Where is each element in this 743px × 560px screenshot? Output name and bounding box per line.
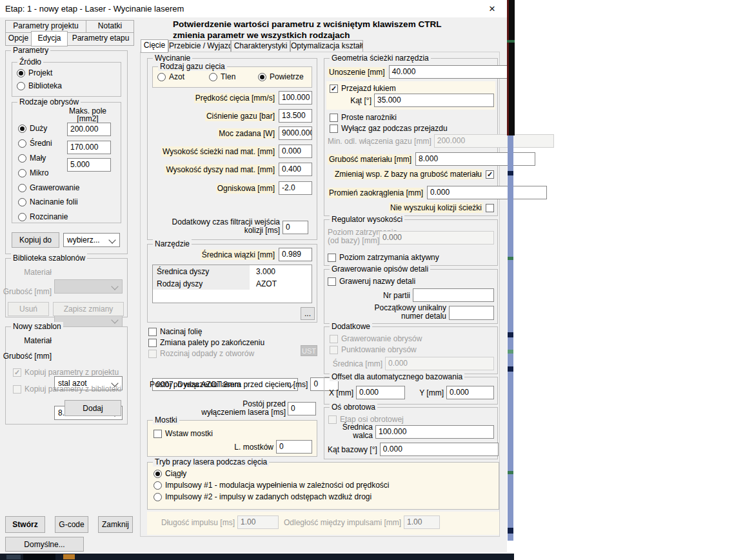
kat-input[interactable]: 35.000 (374, 94, 494, 107)
checkbox-icon (328, 415, 337, 424)
radio-obrys-maly[interactable]: Mały (18, 154, 46, 163)
radio-obrys-duzy[interactable]: Duży (18, 124, 47, 133)
radio-zrodlo-projekt[interactable]: Projekt (17, 68, 52, 77)
radio-tryb-impulsowy1[interactable]: Impulsowy #1 - modulacja wypełnienia w z… (154, 481, 390, 490)
tab-optymalizacja-ksztaltu[interactable]: Optymalizacja kształtu (290, 40, 363, 52)
taskbar-app-icon[interactable] (6, 555, 21, 559)
taskbar (0, 554, 514, 560)
tab-opcje[interactable]: Opcje (5, 32, 32, 46)
grubosc-materialu-input[interactable]: 8.000 (415, 152, 535, 166)
group-dodatkowe-legend: Dodatkowe (330, 322, 372, 331)
table-cell-value: 3.000 (250, 267, 275, 276)
field-min-odl-gazu: Min. odl. włączenia gazu [mm] 200.000 (328, 134, 494, 148)
tab-notatki[interactable]: Notatki (86, 20, 134, 33)
tab-edycja[interactable]: Edycja (31, 31, 68, 46)
radio-zrodlo-biblioteka[interactable]: Biblioteka (17, 81, 62, 90)
domyslne-button[interactable]: Domyślne... (5, 537, 84, 552)
field-nr-partii: Nr partii (328, 288, 494, 302)
radio-zrodlo-biblioteka-label: Biblioteka (28, 81, 62, 90)
background-app-strip (507, 0, 515, 554)
strip-mark-navy (508, 528, 513, 534)
dysza-browse-button[interactable]: ... (301, 307, 315, 320)
zamknij-button[interactable]: Zamknij (98, 516, 133, 533)
poczatkowy-numer-input[interactable] (449, 306, 494, 320)
offset-y-input[interactable]: 0.000 (446, 386, 494, 399)
radio-tryb-ciagly[interactable]: Ciągły (154, 469, 186, 478)
checkbox-grawerowanie-obrysow: Grawerowanie obrysów (330, 334, 422, 343)
field-predkosc-ciecia: Prędkość cięcia [mm/s] 100.000 (152, 91, 312, 105)
promien-zaokraglenia-input[interactable]: 0.000 (427, 186, 547, 199)
radio-obrys-rozcinanie[interactable]: Rozcinanie (18, 212, 68, 221)
radio-gaz-tlen[interactable]: Tlen (209, 72, 235, 81)
radio-selected-icon (17, 69, 25, 77)
maks-pole-maly-input[interactable]: 5.000 (67, 158, 111, 172)
radio-tryb-impulsowy2[interactable]: Impulsowy #2 - impulsy w zadanych odstęp… (154, 492, 372, 501)
window-title: Etap: 1 - nowy etap - Laser - Wycinanie … (5, 0, 184, 17)
radio-obrys-grawerowanie[interactable]: Grawerowanie (18, 183, 79, 192)
srednica-walca-input[interactable]: 100.000 (375, 425, 494, 439)
taskbar-app-icon[interactable] (63, 554, 75, 559)
kopiuj-do-button[interactable]: Kopiuj do (12, 232, 59, 248)
maks-pole-sredni-input[interactable]: 170.000 (67, 141, 111, 154)
cisnienie-input[interactable]: 13.500 (279, 109, 312, 123)
field-nie-wyszukuj-kolizji: Nie wyszukuj kolizji ścieżki (328, 203, 494, 212)
checkbox-wstaw-mostki[interactable]: Wstaw mostki (154, 429, 213, 438)
group-rodzaj-gazu-legend: Rodzaj gazu cięcia (158, 62, 227, 71)
predkosc-input[interactable]: 100.000 (279, 91, 312, 105)
nowy-grubosc-label: Grubość [mm] (3, 352, 52, 361)
gcode-button[interactable]: G-code (55, 516, 88, 533)
offset-x-input[interactable]: 0.000 (356, 386, 405, 399)
unoszenie-input[interactable]: 40.000 (389, 65, 509, 79)
radio-obrys-rozcinanie-label: Rozcinanie (30, 212, 68, 221)
checkbox-nacinaj-folie[interactable]: Nacinaj folię (148, 327, 202, 336)
close-icon[interactable]: × (484, 2, 500, 15)
background-app-green-mark (507, 40, 515, 43)
checkbox-rozcinaj-odpady-label: Rozcinaj odpady z otworów (160, 349, 254, 358)
moc-label: Moc zadana [W] (217, 128, 276, 139)
radio-obrys-nacinanie-folii[interactable]: Nacinanie folii (18, 197, 78, 206)
postoj-przed-input[interactable]: 0 (288, 402, 316, 415)
radio-tryb-impulsowy2-label: Impulsowy #2 - impulsy w zadanych odstęp… (165, 492, 372, 501)
srednica-wiazki-input[interactable]: 0.989 (279, 248, 312, 261)
taskbar-app-icon[interactable] (23, 554, 55, 560)
field-srednica-wiazki: Średnica wiązki [mm] 0.989 (152, 248, 312, 261)
tab-ciecie[interactable]: Cięcie (141, 39, 168, 53)
kat-bazowy-input[interactable]: 0.000 (380, 443, 499, 456)
dodaj-button[interactable]: Dodaj (64, 400, 121, 416)
checkbox-zmiana-palety[interactable]: Zmiana palety po zakończeniu (148, 338, 264, 347)
postoj-po-label: Postój po włączeniu lasera przed cięciem… (150, 380, 308, 389)
checkbox-wylacz-gaz[interactable]: Wyłącz gaz podczas przejazdu (330, 124, 448, 133)
grubosc-materialu-label: Grubość materiału [mm] (328, 154, 413, 165)
checkbox-nie-wyszukuj-kolizji[interactable] (486, 204, 494, 212)
ogniskowa-input[interactable]: -2.0 (279, 181, 312, 195)
checkbox-przejazd-lukiem[interactable]: Przejazd łukiem (330, 84, 396, 93)
offset-x-label: X [mm] (329, 388, 353, 397)
checkbox-zmieniaj-wsp[interactable] (486, 170, 494, 179)
radio-obrys-sredni[interactable]: Średni (18, 139, 52, 148)
wysokosc-sciezki-input[interactable]: 0.000 (279, 145, 312, 158)
checkbox-proste-narozniki[interactable]: Proste narożniki (330, 113, 397, 122)
maks-pole-duzy-input[interactable]: 200.000 (67, 123, 111, 136)
tab-parametry-etapu[interactable]: Parametry etapu (67, 32, 134, 46)
radio-icon (18, 213, 26, 221)
checkbox-poziom-aktywny-label: Poziom zatrzymania aktywny (339, 253, 439, 262)
zapisz-zmiany-button: Zapisz zmiany (53, 302, 124, 316)
wysokosc-dyszy-input[interactable]: 0.400 (279, 163, 312, 176)
filtracja-input[interactable]: 0 (282, 221, 308, 234)
checkbox-graweruj-nazwy[interactable]: Graweruj nazwy detali (328, 277, 415, 286)
moc-input[interactable]: 9000.000 (279, 126, 312, 140)
radio-gaz-powietrze-label: Powietrze (270, 72, 304, 81)
radio-obrys-mikro[interactable]: Mikro (18, 168, 48, 177)
radio-gaz-powietrze[interactable]: Powietrze (258, 72, 304, 81)
kopiuj-do-select[interactable]: wybierz... (63, 233, 120, 247)
stworz-button[interactable]: Stwórz (5, 516, 45, 533)
l-mostkow-input[interactable]: 0 (276, 440, 312, 454)
tab-charakterystyki[interactable]: Charakterystyki (231, 40, 290, 52)
checkbox-poziom-aktywny[interactable]: Poziom zatrzymania aktywny (328, 253, 439, 262)
nr-partii-input[interactable] (413, 288, 494, 302)
tab-przebicie-wyjazd[interactable]: Przebicie / Wyjazd (168, 40, 231, 52)
radio-gaz-azot[interactable]: Azot (157, 72, 184, 81)
radio-selected-icon (154, 470, 162, 478)
checkbox-proste-narozniki-label: Proste narożniki (341, 113, 397, 122)
group-offset-legend: Offset dla automatycznego bazowania (330, 372, 464, 381)
